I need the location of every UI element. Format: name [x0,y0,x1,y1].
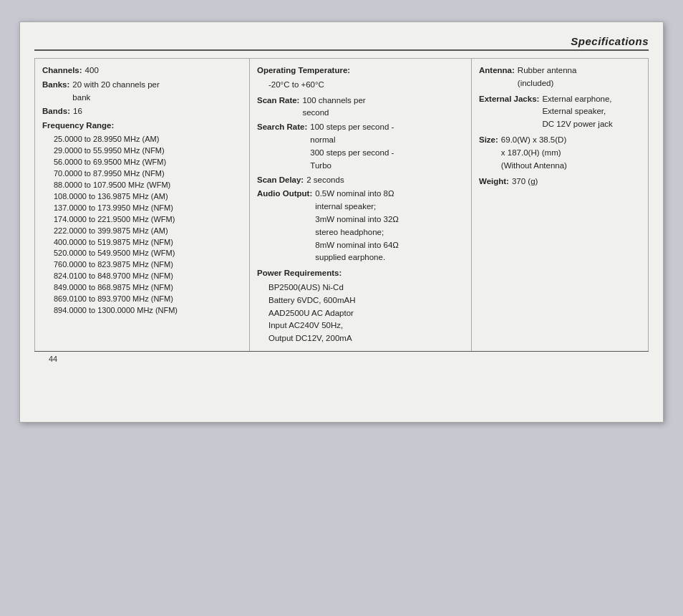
page-wrapper: Specifications Channels: 400 Banks: 20 w… [19,21,664,423]
list-item: 400.0000 to 519.9875 MHz (NFM) [54,237,242,249]
antenna-value: Rubber antenna(included) [518,64,651,90]
list-item: 25.0000 to 28.9950 MHz (AM) [54,134,242,145]
audio-output-row: Audio Output: 0.5W nominal into 8Ωintern… [257,188,464,264]
list-item: 520.0000 to 549.9500 MHz (WFM) [54,248,242,259]
search-rate-label: Search Rate: [257,121,307,172]
weight-value: 370 (g) [512,175,651,188]
weight-row: Weight: 370 (g) [479,175,651,188]
column-3: Antenna: Rubber antenna(included) Extern… [472,59,658,351]
list-item: 222.0000 to 399.9875 MHz (AM) [54,226,242,237]
channels-row: Channels: 400 [42,64,242,77]
list-item: 849.0000 to 868.9875 MHz (NFM) [54,282,242,294]
banks-row: Banks: 20 with 20 channels perbank [42,79,242,105]
scan-delay-value: 2 seconds [306,174,464,187]
specs-grid: Channels: 400 Banks: 20 with 20 channels… [34,58,649,351]
list-item: 174.0000 to 221.9500 MHz (WFM) [54,214,242,226]
ext-jacks-label: External Jacks: [479,93,539,131]
page-title: Specifications [571,35,649,47]
column-2: Operating Temperature: -20°C to +60°C Sc… [250,59,472,351]
frequency-list: 25.0000 to 28.9950 MHz (AM)29.0000 to 55… [54,134,242,317]
list-item: 824.0100 to 848.9700 MHz (NFM) [54,271,242,282]
size-row: Size: 69.0(W) x 38.5(D)x 187.0(H) (mm)(W… [479,134,651,172]
ext-jacks-value: External earphone,External speaker,DC 12… [542,93,651,131]
scan-rate-value: 100 channels persecond [302,95,464,120]
freq-range-row: Frequency Range: [42,120,242,133]
bands-row: Bands: 16 [42,105,242,118]
power-req-text: BP2500(AUS) Ni-CdBattery 6VDC, 600mAHAAD… [268,283,355,342]
column-1: Channels: 400 Banks: 20 with 20 channels… [35,59,250,351]
list-item: 137.0000 to 173.9950 MHz (NFM) [54,203,242,214]
scan-rate-label: Scan Rate: [257,95,299,120]
freq-range-label: Frequency Range: [42,120,114,133]
title-bar: Specifications [34,35,649,51]
page-content: Specifications Channels: 400 Banks: 20 w… [20,22,663,375]
op-temp-row: Operating Temperature: [257,64,464,77]
list-item: 869.0100 to 893.9700 MHz (NFM) [54,294,242,305]
antenna-label: Antenna: [479,64,515,90]
op-temp-text: -20°C to +60°C [268,80,324,89]
banks-value: 20 with 20 channels perbank [72,79,242,105]
page-number: 44 [34,351,649,366]
list-item: 70.0000 to 87.9950 MHz (NFM) [54,168,242,180]
list-item: 760.0000 to 823.9875 MHz (NFM) [54,259,242,271]
scan-delay-row: Scan Delay: 2 seconds [257,174,464,187]
scan-rate-row: Scan Rate: 100 channels persecond [257,95,464,120]
ext-jacks-row: External Jacks: External earphone,Extern… [479,93,651,131]
channels-value: 400 [85,64,242,77]
scan-delay-label: Scan Delay: [257,174,304,187]
power-req-value: BP2500(AUS) Ni-CdBattery 6VDC, 600mAHAAD… [268,281,464,345]
search-rate-value: 100 steps per second -normal300 steps pe… [310,121,464,172]
op-temp-value: -20°C to +60°C [268,79,464,92]
banks-label: Banks: [42,79,69,105]
antenna-row: Antenna: Rubber antenna(included) [479,64,651,90]
list-item: 56.0000 to 69.9500 MHz (WFM) [54,157,242,168]
power-req-label: Power Requirements: [257,267,342,280]
bands-value: 16 [73,105,242,118]
size-value: 69.0(W) x 38.5(D)x 187.0(H) (mm)(Without… [501,134,651,172]
bands-label: Bands: [42,105,70,118]
search-rate-row: Search Rate: 100 steps per second -norma… [257,121,464,172]
list-item: 894.0000 to 1300.0000 MHz (NFM) [54,305,242,317]
op-temp-label: Operating Temperature: [257,64,350,77]
power-req-row: Power Requirements: [257,267,464,280]
audio-output-label: Audio Output: [257,188,312,264]
weight-label: Weight: [479,175,509,188]
list-item: 108.0000 to 136.9875 MHz (AM) [54,191,242,203]
list-item: 29.0000 to 55.9950 MHz (NFM) [54,145,242,157]
channels-label: Channels: [42,64,82,77]
audio-output-value: 0.5W nominal into 8Ωinternal speaker;3mW… [315,188,464,264]
list-item: 88.0000 to 107.9500 MHz (WFM) [54,180,242,191]
size-label: Size: [479,134,498,172]
